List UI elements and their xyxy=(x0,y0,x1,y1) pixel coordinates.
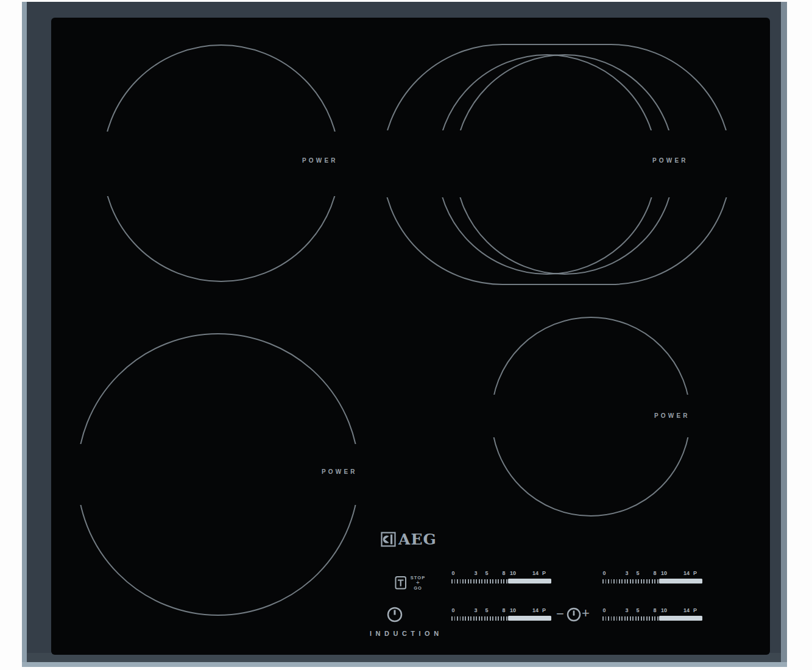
front-right-power-label: POWER xyxy=(654,412,690,419)
scale-5: 5 xyxy=(636,570,639,576)
induction-hob-photo: POWER POWER POWER POWER AEG STOP + GO 0 … xyxy=(0,0,812,670)
scale-14: 14 xyxy=(683,607,690,613)
scale-p: P xyxy=(542,607,546,613)
frame-left-edge xyxy=(22,2,27,667)
slider-active-bar xyxy=(659,616,702,621)
electrolux-mark-icon xyxy=(381,532,396,547)
scale-p: P xyxy=(693,570,697,576)
power-slider-front-right[interactable]: 0 3 5 8 10 14 P xyxy=(602,607,703,623)
slider-ticks xyxy=(602,579,661,584)
rear-left-power-label: POWER xyxy=(302,157,338,164)
scale-10: 10 xyxy=(510,607,516,613)
rear-right-power-label: POWER xyxy=(652,157,688,164)
stop-go-line3: GO xyxy=(406,585,430,591)
slider-active-bar xyxy=(508,579,551,584)
stop-go-line2: + xyxy=(406,580,430,585)
brand-logo-text: AEG xyxy=(398,532,437,547)
scale-10: 10 xyxy=(661,607,667,613)
power-standby-icon[interactable] xyxy=(386,606,403,623)
induction-wordmark: INDUCTION xyxy=(370,630,443,637)
scale-0: 0 xyxy=(451,570,454,576)
slider-ticks xyxy=(451,616,510,621)
scale-14: 14 xyxy=(532,570,538,576)
clock-icon xyxy=(567,607,581,622)
scale-8: 8 xyxy=(502,607,505,613)
scale-3: 3 xyxy=(474,607,477,613)
brand-logo: AEG xyxy=(381,531,437,548)
timer-plus-button[interactable]: + xyxy=(582,606,590,621)
scale-3: 3 xyxy=(625,607,628,613)
scale-3: 3 xyxy=(625,570,628,576)
ceramic-glass-surface xyxy=(51,18,770,655)
scale-5: 5 xyxy=(636,607,639,613)
scale-p: P xyxy=(542,570,546,576)
scale-0: 0 xyxy=(451,607,454,613)
scale-10: 10 xyxy=(661,570,667,576)
power-slider-rear-right[interactable]: 0 3 5 8 10 14 P xyxy=(602,570,703,586)
scale-8: 8 xyxy=(653,607,656,613)
slider-active-bar xyxy=(508,616,551,621)
scale-3: 3 xyxy=(474,570,477,576)
slider-ticks xyxy=(451,579,510,584)
scale-14: 14 xyxy=(683,570,690,576)
scale-8: 8 xyxy=(502,570,505,576)
scale-5: 5 xyxy=(485,570,488,576)
stop-and-go-button[interactable]: STOP + GO xyxy=(406,575,430,591)
scale-5: 5 xyxy=(485,607,488,613)
power-slider-front-left[interactable]: 0 3 5 8 10 14 P xyxy=(451,607,552,623)
front-left-power-label: POWER xyxy=(322,468,358,475)
slider-ticks xyxy=(602,616,661,621)
scale-10: 10 xyxy=(510,570,516,576)
scale-8: 8 xyxy=(653,570,656,576)
frame-right-edge xyxy=(781,2,787,667)
scale-0: 0 xyxy=(602,570,605,576)
scale-0: 0 xyxy=(602,607,605,613)
timer-minus-button[interactable]: − xyxy=(556,607,564,621)
slider-active-bar xyxy=(659,579,702,584)
scale-14: 14 xyxy=(532,607,538,613)
scale-p: P xyxy=(693,607,697,613)
frame-bottom-edge xyxy=(22,662,787,667)
power-slider-rear-left[interactable]: 0 3 5 8 10 14 P xyxy=(451,570,552,586)
timer-frame-icon xyxy=(395,576,407,590)
